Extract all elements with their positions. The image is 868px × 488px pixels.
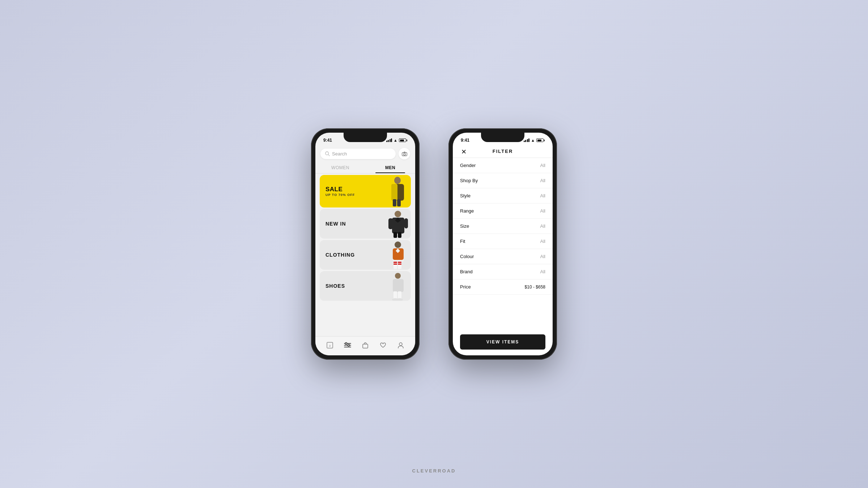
svg-point-15 [395,241,401,248]
svg-line-1 [328,155,330,156]
svg-point-9 [395,211,401,217]
svg-rect-37 [363,344,368,348]
filter-row-brand[interactable]: Brand All [453,264,553,279]
filter-label-colour: Colour [460,254,474,259]
sale-person-svg [381,175,408,207]
svg-point-4 [394,177,401,184]
filter-value-style: All [540,193,545,198]
status-icons-home: ▲ [386,138,407,142]
category-shoes[interactable]: SHOES [320,271,411,301]
filter-list: Gender All Shop By All Style All Range A… [453,158,553,330]
filter-row-style[interactable]: Style All [453,188,553,204]
tabs: WOMEN MEN [315,162,415,174]
sale-banner[interactable]: SALE UP TO 70% OFF [320,175,411,207]
scroll-content: SALE UP TO 70% OFF [315,174,415,336]
nav-logo[interactable]: a [325,340,335,350]
svg-rect-25 [393,279,404,292]
filter-row-gender[interactable]: Gender All [453,158,553,173]
sale-title: SALE [326,186,355,193]
status-icons-filter: ▲ [524,138,545,142]
nav-profile[interactable] [396,340,406,350]
search-placeholder: Search [332,151,347,157]
category-new-in[interactable]: NEW IN [320,209,411,239]
nav-filter[interactable] [342,340,353,350]
filter-label-gender: Gender [460,163,476,168]
nav-bag[interactable] [360,340,370,350]
brand-label: CLEVERROAD [412,468,456,474]
clothing-person-svg [384,241,409,270]
notch-filter [481,133,524,142]
svg-rect-13 [393,232,397,238]
filter-header: ✕ FILTER [453,146,553,158]
svg-rect-8 [397,199,401,206]
shoes-person-svg [384,272,409,301]
time-filter: 9:41 [461,138,469,143]
svg-text:a: a [329,343,331,347]
shoes-figure [382,271,411,301]
search-input-wrap[interactable]: Search [320,149,396,159]
search-bar: Search [315,146,415,162]
filter-value-colour: All [540,254,545,259]
svg-point-24 [395,273,401,279]
new-in-person-svg [384,210,409,239]
clothing-figure [382,240,411,270]
camera-icon [402,151,407,156]
filter-title: FILTER [493,149,513,154]
filter-row-fit[interactable]: Fit All [453,234,553,249]
filter-row-shopby[interactable]: Shop By All [453,173,553,188]
phone-home: 9:41 ▲ [311,128,420,360]
sale-text: SALE UP TO 70% OFF [326,186,355,197]
tab-men[interactable]: MEN [365,162,415,173]
filter-value-size: All [540,223,545,229]
filter-label-brand: Brand [460,269,473,274]
svg-rect-12 [404,218,408,228]
filter-value-gender: All [540,163,545,168]
svg-rect-21 [398,262,401,263]
svg-rect-20 [393,262,397,263]
bottom-nav: a [315,336,415,355]
wifi-icon-2: ▲ [531,138,535,142]
phone-filter: 9:41 ▲ ✕ FILTER [448,128,557,360]
category-new-in-label: NEW IN [326,221,346,227]
svg-rect-6 [391,184,397,201]
svg-point-35 [345,343,347,344]
tab-women[interactable]: WOMEN [315,162,365,173]
filter-label-fit: Fit [460,239,465,244]
battery-icon-2 [536,138,545,142]
nav-heart[interactable] [378,340,388,350]
filter-label-shopby: Shop By [460,178,478,183]
wifi-icon: ▲ [393,138,397,142]
filter-row-range[interactable]: Range All [453,204,553,219]
svg-rect-14 [398,232,401,238]
svg-point-38 [399,343,402,346]
new-in-figure [382,209,411,239]
filter-value-brand: All [540,269,545,274]
filter-value-fit: All [540,239,545,244]
filter-label-size: Size [460,223,469,229]
svg-point-3 [403,153,405,155]
filter-row-size[interactable]: Size All [453,219,553,234]
filter-label-style: Style [460,193,471,198]
filter-label-range: Range [460,208,474,214]
time-home: 9:41 [323,138,332,143]
category-clothing-label: CLOTHING [326,252,355,258]
svg-rect-7 [393,199,396,206]
signal-icon-2 [524,138,530,142]
search-icon [325,151,330,156]
filter-value-price: $10 - $658 [525,284,545,290]
notch [344,133,387,142]
camera-button[interactable] [399,148,410,159]
view-items-button[interactable]: VIEW ITEMS [460,334,545,350]
battery-icon [399,138,407,142]
sale-figure [378,175,411,207]
filter-row-colour[interactable]: Colour All [453,249,553,264]
close-button[interactable]: ✕ [459,147,469,157]
filter-row-price[interactable]: Price $10 - $658 [453,279,553,295]
category-shoes-label: SHOES [326,283,345,289]
svg-point-36 [348,344,350,346]
category-clothing[interactable]: CLOTHING [320,240,411,270]
sale-subtitle: UP TO 70% OFF [326,193,355,197]
filter-value-shopby: All [540,178,545,183]
svg-rect-23 [398,264,401,265]
filter-value-range: All [540,208,545,214]
